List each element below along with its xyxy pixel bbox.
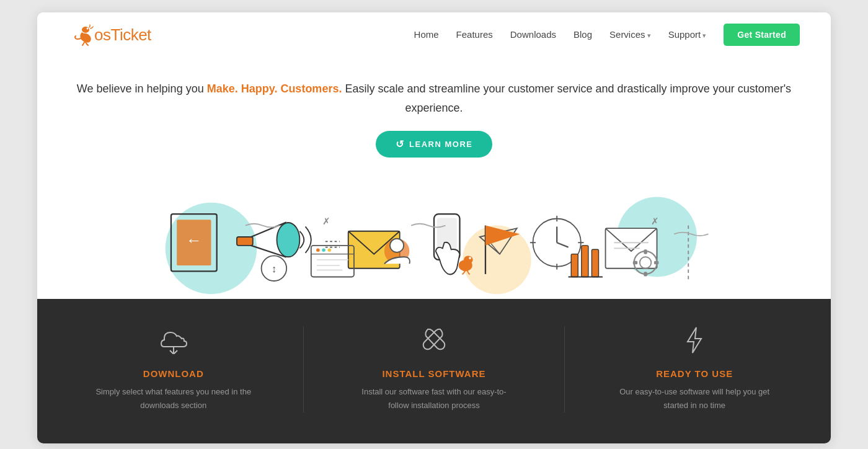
nav-downloads[interactable]: Downloads	[510, 29, 556, 40]
feature-download-title: DOWNLOAD	[93, 368, 254, 379]
svg-text:✗: ✗	[651, 216, 659, 226]
svg-rect-35	[644, 249, 647, 254]
nav-home[interactable]: Home	[414, 29, 439, 40]
svg-point-1	[87, 28, 89, 30]
svg-point-10	[277, 223, 299, 257]
svg-rect-36	[644, 272, 647, 276]
logo-ticket: Ticket	[110, 25, 151, 44]
wrench-icon	[353, 326, 515, 360]
tagline-post: Easily scale and streamline your custome…	[342, 82, 791, 114]
nav-blog[interactable]: Blog	[574, 29, 592, 40]
nav-support[interactable]: Support	[668, 29, 707, 40]
nav-features[interactable]: Features	[456, 29, 493, 40]
feature-install-title: INSTALL SOFTWARE	[353, 368, 515, 379]
svg-rect-29	[571, 254, 578, 277]
nav-services[interactable]: Services	[609, 29, 651, 40]
feature-ready-desc: Our easy-to-use software will help you g…	[614, 385, 775, 412]
nav-cta[interactable]: Get Started	[724, 24, 800, 46]
svg-line-21	[557, 242, 568, 247]
svg-rect-30	[582, 246, 588, 277]
svg-rect-37	[633, 261, 637, 265]
hero-illustration: ←	[68, 175, 800, 299]
feature-install-desc: Install our software fast with our easy-…	[353, 385, 515, 412]
tagline-pre: We believe in helping you	[77, 82, 207, 95]
illustration-svg: ←	[68, 175, 800, 299]
svg-rect-31	[591, 249, 598, 277]
divider-2	[564, 326, 565, 412]
nav-links: Home Features Downloads Blog Services Su…	[414, 24, 800, 46]
feature-download-desc: Simply select what features you need in …	[93, 385, 254, 412]
refresh-icon: ↺	[396, 138, 405, 150]
svg-rect-38	[654, 261, 658, 265]
logo: osTicket	[68, 24, 151, 46]
feature-ready: READY TO USE Our easy-to-use software wi…	[614, 326, 775, 412]
svg-point-41	[469, 257, 471, 259]
svg-text:←: ←	[186, 231, 202, 249]
svg-text:✗: ✗	[322, 216, 330, 226]
download-icon	[93, 326, 254, 360]
learn-more-button[interactable]: ↺ LEARN MORE	[376, 131, 493, 158]
main-card: osTicket Home Features Downloads Blog Se…	[37, 12, 831, 443]
logo-os: os	[94, 25, 110, 44]
svg-marker-60	[688, 327, 701, 353]
svg-point-53	[328, 249, 332, 252]
hero-section: We believe in helping you Make. Happy. C…	[37, 57, 831, 299]
navigation: osTicket Home Features Downloads Blog Se…	[37, 12, 831, 57]
feature-ready-title: READY TO USE	[614, 368, 775, 379]
logo-text: osTicket	[94, 25, 151, 45]
features-section: DOWNLOAD Simply select what features you…	[37, 299, 831, 443]
svg-point-52	[322, 249, 326, 252]
kangaroo-icon	[68, 24, 94, 46]
svg-point-0	[82, 27, 89, 33]
divider-1	[303, 326, 304, 412]
tagline-highlight: Make. Happy. Customers.	[207, 82, 342, 95]
hero-tagline: We believe in helping you Make. Happy. C…	[68, 79, 800, 117]
svg-point-40	[464, 256, 473, 264]
feature-download: DOWNLOAD Simply select what features you…	[93, 326, 254, 412]
learn-more-label: LEARN MORE	[409, 140, 472, 149]
svg-point-55	[390, 239, 404, 252]
lightning-icon	[614, 326, 775, 360]
svg-rect-9	[237, 237, 253, 246]
feature-install: INSTALL SOFTWARE Install our software fa…	[353, 326, 515, 412]
svg-point-51	[316, 249, 320, 252]
svg-text:↕: ↕	[272, 263, 277, 275]
